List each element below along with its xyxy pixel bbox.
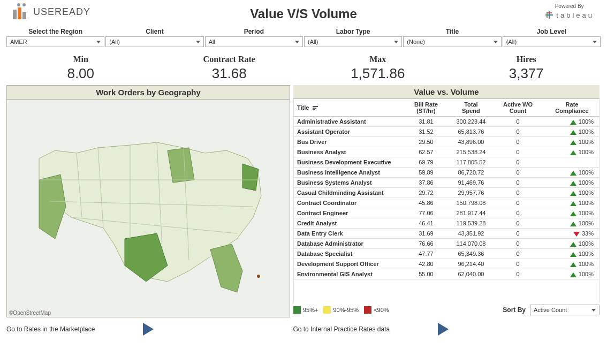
cell-title: Contract Coordinator — [294, 198, 401, 208]
table-row[interactable]: Environmental GIS Analyst55.0062,040.000… — [294, 269, 599, 279]
triangle-up-icon — [570, 252, 576, 257]
table-row[interactable]: Contract Coordinator45.86150,798.080100% — [294, 198, 599, 208]
triangle-up-icon — [570, 181, 576, 186]
sort-by-dropdown[interactable]: Active Count — [530, 305, 600, 315]
table-row[interactable]: Database Specialist47.7765,349.360100% — [294, 249, 599, 259]
table-row[interactable]: Development Support Officer42.8096,214.4… — [294, 259, 599, 269]
play-arrow-icon[interactable] — [143, 323, 154, 336]
table-row[interactable]: Administrative Assistant31.81300,223.440… — [294, 117, 599, 127]
map-body[interactable]: ©OpenStreetMap — [7, 100, 290, 317]
cell-compliance: 100% — [545, 249, 599, 259]
sort-icon[interactable] — [313, 105, 318, 111]
legend-red: <90% — [364, 306, 389, 314]
cell-rate: 31.52 — [401, 127, 451, 137]
table-row[interactable]: Credit Analyst46.41119,539.280100% — [294, 218, 599, 229]
filter-group-2: PeriodAll — [205, 28, 303, 47]
play-arrow-icon[interactable] — [438, 323, 449, 336]
filter-label: Job Level — [537, 28, 566, 35]
cell-rate: 31.81 — [401, 117, 451, 127]
table-row[interactable]: Business Systems Analyst37.8691,469.7601… — [294, 178, 599, 188]
sort-by-value: Active Count — [534, 307, 567, 313]
cell-wo: 0 — [491, 269, 545, 279]
filter-label: Title — [446, 28, 459, 35]
filter-dropdown-4[interactable]: (None) — [403, 36, 501, 47]
triangle-down-icon — [573, 232, 580, 237]
filter-label: Period — [244, 28, 264, 35]
cell-title: Business Systems Analyst — [294, 178, 401, 188]
powered-by-label: Powered By — [555, 3, 584, 9]
cell-compliance: 100% — [545, 168, 599, 178]
filter-dropdown-5[interactable]: (All) — [503, 36, 601, 47]
filter-label: Select the Region — [28, 28, 82, 35]
table-row[interactable]: Business Analyst62.57215,538.240100% — [294, 147, 599, 157]
col-bill-rate[interactable]: Bill Rate (ST/hr) — [401, 99, 451, 117]
value-volume-table: Title Bill Rate (ST/hr) Total Spend Acti… — [294, 99, 599, 279]
filter-value: AMER — [10, 39, 27, 45]
cell-wo: 0 — [491, 198, 545, 208]
cell-rate: 31.69 — [401, 229, 451, 239]
cell-compliance: 100% — [545, 259, 599, 269]
cell-rate: 76.66 — [401, 239, 451, 249]
brand-logo: USEREADY — [13, 3, 90, 20]
sort-by-label: Sort By — [503, 306, 526, 314]
chevron-down-icon — [394, 41, 398, 43]
cell-title: Business Development Executive — [294, 157, 401, 168]
triangle-up-icon — [570, 262, 576, 267]
cell-wo: 0 — [491, 259, 545, 269]
chevron-down-icon — [591, 309, 596, 312]
cell-rate: 42.80 — [401, 259, 451, 269]
brand-name: USEREADY — [33, 6, 90, 18]
col-rate-compliance[interactable]: Rate Compliance — [545, 99, 599, 117]
legend-red-label: <90% — [374, 307, 389, 313]
platform-name: tableau — [556, 11, 594, 19]
cell-compliance: 100% — [545, 269, 599, 279]
cell-spend: 119,539.28 — [451, 218, 491, 229]
cell-wo: 0 — [491, 157, 545, 168]
cell-rate: 47.77 — [401, 249, 451, 259]
table-row[interactable]: Business Intelligence Analyst59.8986,720… — [294, 168, 599, 178]
table-scroll[interactable]: Title Bill Rate (ST/hr) Total Spend Acti… — [293, 99, 600, 302]
col-title[interactable]: Title — [294, 99, 401, 117]
cell-title: Development Support Officer — [294, 259, 401, 269]
triangle-up-icon — [570, 201, 576, 206]
cell-rate: 55.00 — [401, 269, 451, 279]
table-row[interactable]: Bus Driver29.5043,896.000100% — [294, 137, 599, 147]
table-row[interactable]: Contract Engineer77.06281,917.440100% — [294, 208, 599, 218]
cell-wo: 0 — [491, 168, 545, 178]
triangle-up-icon — [570, 272, 576, 277]
map-panel: Work Orders by Geography — [6, 85, 290, 317]
filter-dropdown-3[interactable]: (All) — [304, 36, 402, 47]
filter-dropdown-1[interactable]: (All) — [105, 36, 203, 47]
kpi-hires-label: Hires — [452, 55, 601, 64]
link-marketplace[interactable]: Go to Rates in the Marketplace — [6, 325, 95, 333]
triangle-up-icon — [570, 222, 576, 226]
table-row[interactable]: Data Entry Clerk31.6943,351.92033% — [294, 229, 599, 239]
filter-value: (All) — [506, 39, 517, 45]
filter-dropdown-0[interactable]: AMER — [6, 36, 104, 47]
cell-title: Contract Engineer — [294, 208, 401, 218]
cell-compliance: 33% — [545, 229, 599, 239]
triangle-up-icon — [570, 211, 576, 216]
filter-group-5: Job Level(All) — [503, 28, 601, 47]
triangle-up-icon — [570, 150, 576, 155]
cell-compliance: 100% — [545, 239, 599, 249]
col-active-wo[interactable]: Active WO Count — [491, 99, 545, 117]
chevron-down-icon — [494, 41, 498, 43]
cell-spend: 65,349.36 — [451, 249, 491, 259]
link-internal[interactable]: Go to Internal Practice Rates data — [293, 325, 390, 333]
chevron-down-icon — [96, 41, 101, 43]
filter-value: (All) — [308, 39, 318, 45]
table-row[interactable]: Assistant Operator31.5265,813.760100% — [294, 127, 599, 137]
kpi-max: Max 1,571.86 — [304, 55, 452, 82]
filter-dropdown-2[interactable]: All — [205, 36, 303, 47]
col-title-label: Title — [297, 104, 309, 111]
filter-value: (All) — [109, 39, 120, 45]
table-row[interactable]: Business Development Executive69.79117,8… — [294, 157, 599, 168]
table-row[interactable]: Database Administrator76.66114,070.08010… — [294, 239, 599, 249]
col-total-spend[interactable]: Total Spend — [451, 99, 491, 117]
cell-spend: 281,917.44 — [451, 208, 491, 218]
table-row[interactable]: Casual Childminding Assistant29.7229,957… — [294, 188, 599, 198]
cell-compliance: 100% — [545, 178, 599, 188]
map-attribution: ©OpenStreetMap — [9, 310, 51, 316]
cell-rate: 29.50 — [401, 137, 451, 147]
